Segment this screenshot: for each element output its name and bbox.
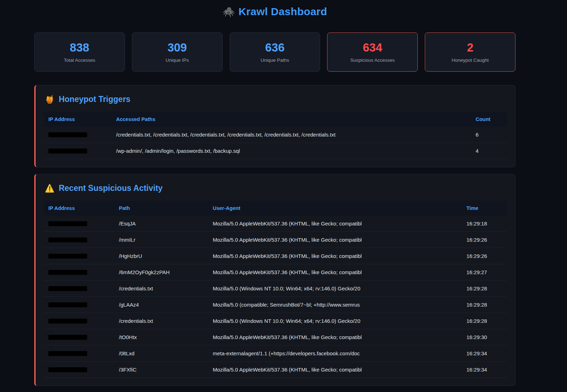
ip-cell (43, 329, 114, 345)
honeypot-row: /wp-admin/, /admin/login, /passwords.txt… (43, 143, 507, 159)
path-cell: /tO0Htx (114, 329, 208, 345)
spider-icon: 🕷️ (223, 6, 235, 17)
page-title-text: Krawl Dashboard (239, 6, 327, 17)
path-cell: /0ltLxd (114, 345, 208, 362)
user-agent-cell: Mozilla/5.0 AppleWebKit/537.36 (KHTML, l… (208, 362, 462, 378)
stat-card-unique-ips: 309 Unique IPs (132, 32, 223, 72)
stat-card-total-accesses: 838 Total Accesses (34, 32, 125, 72)
time-cell: 16:29:18 (462, 216, 507, 232)
count-cell: 6 (471, 127, 507, 143)
suspicious-row: /credentials.txt Mozilla/5.0 (Windows NT… (43, 281, 507, 297)
user-agent-cell: Mozilla/5.0 AppleWebKit/537.36 (KHTML, l… (208, 264, 462, 281)
warning-icon: ⚠️ (45, 184, 54, 193)
ip-cell (43, 345, 114, 362)
honeypot-col-paths: Accessed Paths (111, 112, 471, 127)
stat-label-total-accesses: Total Accesses (64, 58, 95, 63)
redacted-ip (48, 270, 87, 275)
time-cell: 16:29:28 (462, 313, 507, 329)
suspicious-col-ua: User-Agent (208, 201, 462, 216)
suspicious-row: /tO0Htx Mozilla/5.0 AppleWebKit/537.36 (… (43, 329, 507, 345)
stat-label-unique-ips: Unique IPs (165, 58, 189, 63)
time-cell: 16:29:26 (462, 232, 507, 248)
stats-row: 838 Total Accesses 309 Unique IPs 636 Un… (34, 32, 515, 72)
redacted-ip (48, 237, 87, 242)
stat-card-unique-paths: 636 Unique Paths (230, 32, 320, 72)
count-cell: 4 (471, 143, 507, 159)
suspicious-row: /0ltLxd meta-externalagent/1.1 (+https:/… (43, 345, 507, 362)
honeypot-title-text: Honeypot Triggers (59, 95, 130, 104)
suspicious-table-body: /EsqJA Mozilla/5.0 AppleWebKit/537.36 (K… (43, 216, 507, 378)
time-cell: 16:29:28 (462, 281, 507, 297)
ip-cell (43, 127, 111, 143)
redacted-ip (48, 286, 87, 291)
ip-cell (43, 281, 114, 297)
path-cell: /mmILr (114, 232, 208, 248)
suspicious-row: /HgHzbrU Mozilla/5.0 AppleWebKit/537.36 … (43, 248, 507, 264)
honeypot-col-count: Count (471, 112, 507, 127)
paths-cell: /wp-admin/, /admin/login, /passwords.txt… (111, 143, 471, 159)
redacted-ip (48, 367, 87, 372)
user-agent-cell: meta-externalagent/1.1 (+https://develop… (208, 345, 462, 362)
redacted-ip (48, 351, 87, 356)
time-cell: 16:29:26 (462, 248, 507, 264)
redacted-ip (48, 319, 87, 324)
suspicious-table: IP Address Path User-Agent Time /EsqJA M… (43, 201, 507, 378)
path-cell: /credentials.txt (114, 313, 208, 329)
suspicious-col-time: Time (462, 201, 507, 216)
ip-cell (43, 216, 114, 232)
stat-value-unique-paths: 636 (265, 42, 284, 53)
ip-cell (43, 313, 114, 329)
path-cell: /credentials.txt (114, 281, 208, 297)
stat-card-honeypot-caught: 2 Honeypot Caught (425, 32, 515, 72)
honeypot-header-row: IP Address Accessed Paths Count (43, 112, 507, 127)
suspicious-row: /credentials.txt Mozilla/5.0 (Windows NT… (43, 313, 507, 329)
suspicious-row: /3FXfiC Mozilla/5.0 AppleWebKit/537.36 (… (43, 362, 507, 378)
user-agent-cell: Mozilla/5.0 (compatible; SemrushBot/7~bl… (208, 297, 462, 313)
stat-value-total-accesses: 838 (70, 42, 89, 53)
redacted-ip (48, 335, 87, 340)
suspicious-row: /gLAAz4 Mozilla/5.0 (compatible; Semrush… (43, 297, 507, 313)
ip-cell (43, 248, 114, 264)
redacted-ip (48, 149, 87, 153)
user-agent-cell: Mozilla/5.0 (Windows NT 10.0; Win64; x64… (208, 281, 462, 297)
suspicious-header-row: IP Address Path User-Agent Time (43, 201, 507, 216)
suspicious-section-title: ⚠️Recent Suspicious Activity (45, 183, 507, 193)
user-agent-cell: Mozilla/5.0 AppleWebKit/537.36 (KHTML, l… (208, 329, 462, 345)
honeypot-triggers-section: 🍯Honeypot Triggers IP Address Accessed P… (34, 85, 515, 167)
dashboard-container: 🕷️Krawl Dashboard 838 Total Accesses 309… (34, 0, 515, 386)
time-cell: 16:29:34 (462, 345, 507, 362)
time-cell: 16:29:28 (462, 297, 507, 313)
ip-cell (43, 232, 114, 248)
honeypot-row: /credentials.txt, /credentials.txt, /cre… (43, 127, 507, 143)
time-cell: 16:29:27 (462, 264, 507, 281)
time-cell: 16:29:34 (462, 362, 507, 378)
stat-card-suspicious-accesses: 634 Suspicious Accesses (327, 32, 418, 72)
suspicious-row: /mmILr Mozilla/5.0 AppleWebKit/537.36 (K… (43, 232, 507, 248)
user-agent-cell: Mozilla/5.0 AppleWebKit/537.36 (KHTML, l… (208, 248, 462, 264)
path-cell: /EsqJA (114, 216, 208, 232)
suspicious-col-ip: IP Address (43, 201, 114, 216)
suspicious-col-path: Path (114, 201, 208, 216)
suspicious-row: /6mM2OyF0gk2zPAH Mozilla/5.0 AppleWebKit… (43, 264, 507, 281)
path-cell: /gLAAz4 (114, 297, 208, 313)
page-title: 🕷️Krawl Dashboard (34, 0, 515, 18)
suspicious-row: /EsqJA Mozilla/5.0 AppleWebKit/537.36 (K… (43, 216, 507, 232)
path-cell: /3FXfiC (114, 362, 208, 378)
honeypot-section-title: 🍯Honeypot Triggers (45, 95, 507, 104)
time-cell: 16:29:30 (462, 329, 507, 345)
honeypot-table-body: /credentials.txt, /credentials.txt, /cre… (43, 127, 507, 159)
ip-cell (43, 362, 114, 378)
stat-value-suspicious-accesses: 634 (363, 42, 382, 53)
stat-label-honeypot-caught: Honeypot Caught (452, 58, 489, 63)
ip-cell (43, 143, 111, 159)
honeypot-icon: 🍯 (45, 95, 54, 104)
stat-label-unique-paths: Unique Paths (260, 58, 289, 63)
suspicious-activity-section: ⚠️Recent Suspicious Activity IP Address … (34, 174, 515, 386)
path-cell: /6mM2OyF0gk2zPAH (114, 264, 208, 281)
paths-cell: /credentials.txt, /credentials.txt, /cre… (111, 127, 471, 143)
redacted-ip (48, 132, 87, 137)
stat-label-suspicious-accesses: Suspicious Accesses (350, 58, 395, 63)
redacted-ip (48, 221, 87, 226)
redacted-ip (48, 302, 87, 307)
user-agent-cell: Mozilla/5.0 (Windows NT 10.0; Win64; x64… (208, 313, 462, 329)
